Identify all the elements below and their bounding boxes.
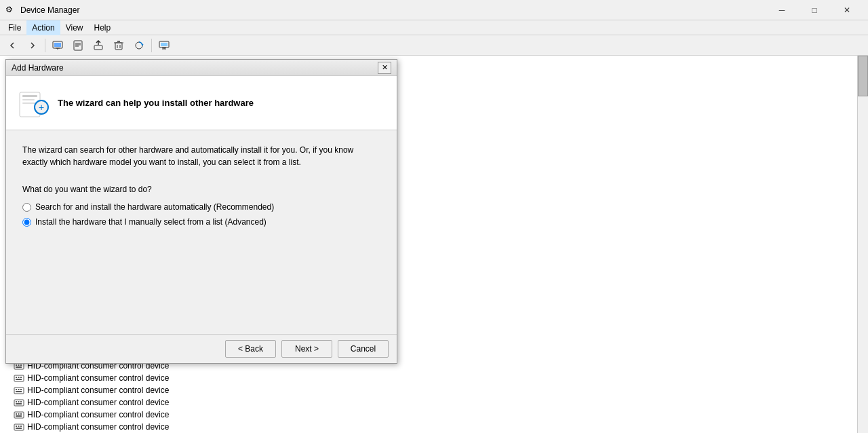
tree-item-label: HID-compliant consumer control device (27, 373, 169, 383)
svg-rect-8 (94, 45, 102, 50)
menu-file[interactable]: File (3, 20, 26, 35)
device-icon (14, 409, 24, 420)
device-icon (14, 397, 24, 408)
svg-rect-42 (18, 413, 20, 415)
svg-rect-24 (16, 366, 22, 368)
tree-item-label: HID-compliant consumer control device (27, 410, 169, 419)
menu-help[interactable]: Help (89, 20, 117, 35)
window-title: Device Manager (20, 5, 79, 15)
svg-rect-26 (16, 377, 17, 378)
dialog-body: The wizard can search for other hardware… (6, 130, 397, 334)
tree-item-label: HID-compliant consumer control device (27, 385, 169, 395)
svg-rect-4 (74, 41, 82, 50)
toolbar-separator-1 (45, 39, 45, 52)
close-button[interactable]: ✕ (831, 0, 863, 20)
back-icon (8, 41, 16, 50)
svg-text:+: + (39, 102, 44, 113)
minimize-button[interactable]: ─ (766, 0, 797, 20)
radio-auto-label[interactable]: Search for and install the hardware auto… (35, 202, 274, 212)
tree-item[interactable]: HID-compliant consumer control device (0, 372, 857, 384)
toolbar (0, 35, 868, 56)
computer-icon (159, 40, 170, 51)
toolbar-update-driver-button[interactable] (89, 37, 108, 54)
svg-rect-9 (115, 43, 122, 50)
svg-rect-29 (16, 379, 22, 380)
svg-rect-48 (20, 426, 22, 427)
wizard-icon: + (17, 87, 50, 119)
svg-rect-34 (16, 391, 22, 392)
app-icon: ⚙ (5, 5, 16, 16)
title-bar-controls: ─ □ ✕ (766, 0, 863, 20)
menu-view[interactable]: View (60, 20, 89, 35)
toolbar-computer-button[interactable] (155, 37, 174, 54)
tree-item[interactable]: HID-compliant consumer control device (0, 409, 857, 421)
dialog-question: What do you want the wizard to do? (22, 185, 380, 194)
toolbar-scan-button[interactable] (130, 37, 149, 54)
cancel-button[interactable]: Cancel (338, 340, 389, 358)
radio-manual[interactable] (22, 218, 31, 227)
svg-rect-49 (16, 428, 22, 429)
svg-rect-20 (14, 363, 24, 369)
restore-button[interactable]: □ (799, 0, 830, 20)
svg-rect-22 (18, 364, 20, 366)
scrollbar[interactable] (857, 56, 868, 433)
tree-item[interactable]: HID-compliant consumer control device (0, 396, 857, 409)
toolbar-separator-2 (151, 39, 152, 52)
toolbar-show-devmgr-button[interactable] (48, 37, 67, 54)
svg-rect-36 (16, 401, 17, 402)
svg-rect-27 (18, 377, 20, 378)
toolbar-forward-button[interactable] (23, 37, 42, 54)
svg-rect-16 (161, 43, 167, 46)
devmgr-icon (52, 40, 63, 51)
radio-manual-label[interactable]: Install the hardware that I manually sel… (35, 217, 267, 227)
svg-rect-32 (18, 389, 20, 390)
radio-auto-option: Search for and install the hardware auto… (22, 202, 380, 212)
svg-rect-46 (16, 426, 17, 427)
toolbar-back-button[interactable] (3, 37, 22, 54)
svg-rect-35 (14, 400, 24, 406)
uninstall-icon (113, 40, 124, 51)
main-area: HID-compliant consumer control deviceHID… (0, 56, 868, 433)
svg-rect-40 (14, 412, 24, 418)
menu-action[interactable]: Action (26, 20, 60, 35)
svg-rect-25 (14, 375, 24, 381)
forward-icon (28, 41, 37, 50)
scan-icon (134, 40, 144, 51)
next-button[interactable]: Next > (281, 340, 332, 358)
tree-item[interactable]: HID-compliant consumer control device (0, 421, 857, 433)
tree-item-label: HID-compliant consumer control device (27, 398, 169, 407)
svg-rect-47 (18, 426, 20, 427)
dialog-header: + The wizard can help you install other … (6, 76, 397, 130)
svg-rect-38 (20, 401, 22, 402)
svg-rect-45 (14, 424, 24, 430)
device-icon (14, 373, 24, 383)
dialog-title-bar: Add Hardware ✕ (6, 60, 397, 76)
dialog-title: Add Hardware (12, 63, 64, 73)
tree-item-label: HID-compliant consumer control device (27, 422, 169, 432)
dialog-description: The wizard can search for other hardware… (22, 144, 380, 168)
title-bar-left: ⚙ Device Manager (5, 5, 79, 16)
svg-rect-21 (16, 364, 17, 366)
svg-rect-51 (22, 95, 37, 97)
back-button[interactable]: < Back (225, 340, 276, 358)
svg-rect-43 (20, 413, 22, 415)
svg-rect-41 (16, 413, 17, 415)
scrollbar-thumb[interactable] (858, 56, 868, 96)
properties-icon (73, 40, 83, 51)
svg-rect-37 (18, 401, 20, 402)
add-hardware-dialog: Add Hardware ✕ + The wizard can help you… (5, 59, 397, 364)
svg-rect-23 (20, 364, 22, 366)
dialog-close-button[interactable]: ✕ (378, 62, 391, 74)
dialog-header-text: The wizard can help you install other ha… (58, 98, 254, 108)
svg-rect-31 (16, 389, 17, 390)
device-icon (14, 421, 24, 432)
svg-rect-30 (14, 388, 24, 394)
svg-rect-44 (16, 415, 22, 417)
svg-rect-52 (22, 99, 35, 100)
toolbar-uninstall-button[interactable] (109, 37, 128, 54)
tree-item[interactable]: HID-compliant consumer control device (0, 384, 857, 396)
toolbar-properties-button[interactable] (68, 37, 87, 54)
svg-rect-39 (16, 403, 22, 404)
update-driver-icon (93, 40, 104, 51)
radio-auto[interactable] (22, 203, 31, 212)
